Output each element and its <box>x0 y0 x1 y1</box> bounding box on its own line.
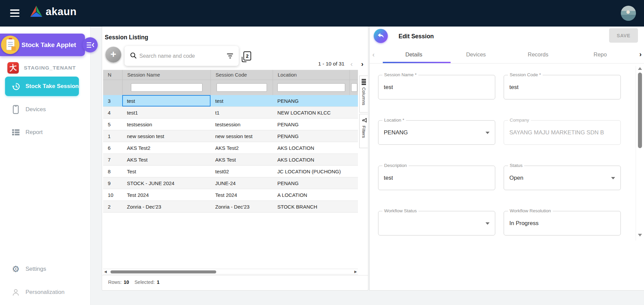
vscroll-thumb[interactable] <box>638 73 642 148</box>
tab-devices[interactable]: Devices <box>445 46 507 63</box>
table-row[interactable]: 10Test 2024Test 2024A LOCATION <box>103 189 358 201</box>
filter-input-location[interactable] <box>277 83 345 92</box>
cell-session-name[interactable]: AKS Test <box>122 154 211 165</box>
tabs-scroll-left-icon[interactable]: ‹ <box>372 51 375 58</box>
table-row[interactable]: 9STOCK - JUNE 2024JUNE-24PENANG <box>103 177 358 189</box>
next-page-icon[interactable]: › <box>359 60 366 68</box>
cell-n[interactable]: 2 <box>103 201 122 212</box>
sidebar-collapse-button[interactable] <box>83 37 98 52</box>
cell-session-name[interactable]: AKS Test2 <box>122 142 211 154</box>
cell-session-code[interactable]: new session test <box>211 130 273 142</box>
field-location[interactable]: Location *PENANG <box>378 120 495 145</box>
table-row[interactable]: 4test1t1NEW LOCATION KLCC <box>103 107 358 119</box>
field-description[interactable]: Descriptiontest <box>378 166 495 190</box>
cell-session-code[interactable]: Test 2024 <box>211 189 273 201</box>
filters-panel-tab[interactable]: Filters <box>359 114 368 148</box>
cell-session-code[interactable]: t1 <box>211 107 273 118</box>
cell-location[interactable]: PENANG <box>273 177 350 189</box>
cell-partial[interactable] <box>350 119 358 130</box>
pages-icon[interactable]: 2 <box>243 51 251 60</box>
cell-n[interactable]: 9 <box>103 177 122 189</box>
search-input[interactable] <box>139 53 227 59</box>
cell-location[interactable]: AKS LOCATION <box>273 142 350 154</box>
filter-input-session-name[interactable] <box>131 83 202 92</box>
column-header-session-name[interactable]: Session Name <box>122 70 211 80</box>
save-button[interactable]: SAVE <box>609 28 638 43</box>
sidebar-item-devices[interactable]: Devices <box>0 100 91 119</box>
cell-n[interactable]: 4 <box>103 107 122 118</box>
column-header-n[interactable]: N <box>103 70 122 80</box>
cell-session-name[interactable]: STOCK - JUNE 2024 <box>122 177 211 189</box>
cell-n[interactable]: 10 <box>103 189 122 201</box>
cell-location[interactable]: A LOCATION <box>273 189 350 201</box>
cell-session-code[interactable]: AKS Test <box>211 154 273 165</box>
cell-location[interactable]: NEW LOCATION KLCC <box>273 107 350 118</box>
cell-location[interactable]: PENANG <box>273 119 350 130</box>
cell-session-name[interactable]: Test 2024 <box>122 189 211 201</box>
search-filter-icon[interactable] <box>227 53 233 58</box>
cell-session-name[interactable]: testsession <box>122 119 211 130</box>
table-row[interactable]: 8Testtest02JC LOCATION (PUCHONG) <box>103 166 358 177</box>
field-session-code[interactable]: Session Code *test <box>504 75 621 99</box>
cell-partial[interactable] <box>350 142 358 154</box>
hamburger-menu-icon[interactable] <box>10 9 19 17</box>
sidebar-item-report[interactable]: Report <box>0 123 91 142</box>
field-workflow-resolution[interactable]: Workflow ResolutionIn Progress <box>504 211 621 235</box>
filter-input-session-code[interactable] <box>217 83 267 92</box>
scroll-left-icon[interactable]: ◀ <box>103 270 108 273</box>
tabs-scroll-right-icon[interactable]: › <box>639 50 642 58</box>
sidebar-item-stock-take-session[interactable]: Stock Take Session <box>5 77 79 96</box>
scroll-up-icon[interactable] <box>638 67 642 70</box>
cell-n[interactable]: 7 <box>103 154 122 165</box>
cell-partial[interactable] <box>350 130 358 142</box>
tab-records[interactable]: Records <box>507 46 569 63</box>
table-row[interactable]: 5testsessiontestsessionPENANG <box>103 119 358 130</box>
add-session-button[interactable]: + <box>105 47 121 62</box>
table-row[interactable]: 7AKS TestAKS TestAKS LOCATION <box>103 154 358 166</box>
table-row[interactable]: 3testtestPENANG <box>103 95 358 107</box>
tab-reports[interactable]: Repo <box>569 46 631 63</box>
cell-n[interactable]: 1 <box>103 130 122 142</box>
scroll-right-icon[interactable]: ▶ <box>353 270 358 273</box>
cell-session-name[interactable]: Zonria - Dec'23 <box>122 201 211 212</box>
hscroll-thumb[interactable] <box>110 270 216 273</box>
cell-location[interactable]: AKS LOCATION <box>273 154 350 165</box>
cell-session-name[interactable]: test <box>122 95 211 106</box>
columns-panel-tab[interactable]: Columns <box>359 76 368 113</box>
cell-location[interactable]: STOCK BRANCH <box>273 201 350 212</box>
cell-n[interactable]: 6 <box>103 142 122 154</box>
cell-session-code[interactable]: Zonria - Dec'23 <box>211 201 273 212</box>
cell-partial[interactable] <box>350 166 358 177</box>
applet-header[interactable]: Stock Take Applet <box>0 34 85 56</box>
chevron-down-icon[interactable] <box>486 132 490 134</box>
previous-page-icon[interactable]: ‹ <box>348 60 355 68</box>
cell-session-name[interactable]: test1 <box>122 107 211 118</box>
chevron-down-icon[interactable] <box>486 222 490 225</box>
back-button[interactable] <box>374 29 388 43</box>
sidebar-item-personalization[interactable]: Personalization <box>0 282 91 302</box>
cell-location[interactable]: JC LOCATION (PUCHONG) <box>273 166 350 177</box>
cell-partial[interactable] <box>350 189 358 201</box>
tenant-selector[interactable]: 大 STAGING_TENANT <box>7 62 76 74</box>
cell-session-name[interactable]: Test <box>122 166 211 177</box>
cell-n[interactable]: 3 <box>103 95 122 106</box>
cell-session-code[interactable]: AKS Test2 <box>211 142 273 154</box>
scroll-down-icon[interactable] <box>638 234 642 236</box>
cell-session-name[interactable]: new session test <box>122 130 211 142</box>
cell-partial[interactable] <box>350 177 358 189</box>
tab-details[interactable]: Details <box>383 46 445 63</box>
cell-session-code[interactable]: testsession <box>211 119 273 130</box>
cell-session-code[interactable]: JUNE-24 <box>211 177 273 189</box>
user-avatar[interactable] <box>620 5 637 21</box>
cell-partial[interactable] <box>350 154 358 165</box>
filter-input-partial[interactable] <box>351 83 357 92</box>
cell-n[interactable]: 8 <box>103 166 122 177</box>
column-header-location[interactable]: Location <box>273 70 350 80</box>
sidebar-item-settings[interactable]: ⚙ Settings <box>0 259 91 279</box>
cell-partial[interactable] <box>350 95 358 106</box>
field-session-name[interactable]: Session Name *test <box>378 75 495 99</box>
cell-location[interactable]: PENANG <box>273 95 350 106</box>
cell-session-code[interactable]: test <box>211 95 273 106</box>
table-row[interactable]: 1new session testnew session testPENANG <box>103 130 358 142</box>
cell-partial[interactable] <box>350 107 358 118</box>
